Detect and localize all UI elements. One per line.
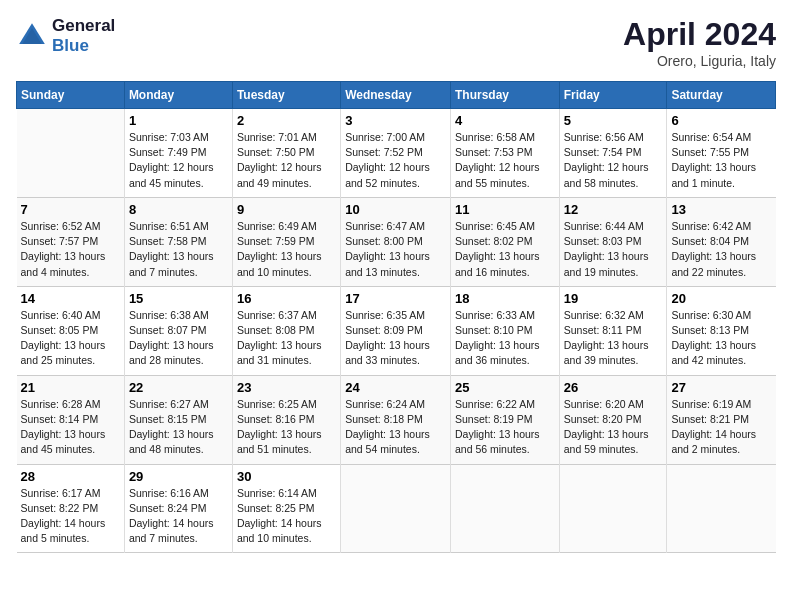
day-info: Sunrise: 6:58 AM Sunset: 7:53 PM Dayligh… [455,130,555,191]
day-info: Sunrise: 6:27 AM Sunset: 8:15 PM Dayligh… [129,397,228,458]
day-info: Sunrise: 6:40 AM Sunset: 8:05 PM Dayligh… [21,308,120,369]
calendar-week-row: 7Sunrise: 6:52 AM Sunset: 7:57 PM Daylig… [17,197,776,286]
day-number: 10 [345,202,446,217]
calendar-cell: 13Sunrise: 6:42 AM Sunset: 8:04 PM Dayli… [667,197,776,286]
day-number: 6 [671,113,771,128]
day-number: 3 [345,113,446,128]
day-info: Sunrise: 6:38 AM Sunset: 8:07 PM Dayligh… [129,308,228,369]
calendar-cell: 22Sunrise: 6:27 AM Sunset: 8:15 PM Dayli… [124,375,232,464]
title-block: April 2024 Orero, Liguria, Italy [623,16,776,69]
calendar-cell: 10Sunrise: 6:47 AM Sunset: 8:00 PM Dayli… [341,197,451,286]
day-number: 18 [455,291,555,306]
day-number: 22 [129,380,228,395]
calendar-cell: 20Sunrise: 6:30 AM Sunset: 8:13 PM Dayli… [667,286,776,375]
day-info: Sunrise: 6:16 AM Sunset: 8:24 PM Dayligh… [129,486,228,547]
day-info: Sunrise: 7:01 AM Sunset: 7:50 PM Dayligh… [237,130,336,191]
day-info: Sunrise: 6:35 AM Sunset: 8:09 PM Dayligh… [345,308,446,369]
month-title: April 2024 [623,16,776,53]
calendar-cell: 6Sunrise: 6:54 AM Sunset: 7:55 PM Daylig… [667,109,776,198]
day-info: Sunrise: 7:00 AM Sunset: 7:52 PM Dayligh… [345,130,446,191]
day-number: 5 [564,113,663,128]
day-number: 21 [21,380,120,395]
day-number: 11 [455,202,555,217]
weekday-header: Thursday [450,82,559,109]
day-info: Sunrise: 6:37 AM Sunset: 8:08 PM Dayligh… [237,308,336,369]
day-number: 13 [671,202,771,217]
calendar-table: SundayMondayTuesdayWednesdayThursdayFrid… [16,81,776,553]
day-info: Sunrise: 6:28 AM Sunset: 8:14 PM Dayligh… [21,397,120,458]
day-info: Sunrise: 6:14 AM Sunset: 8:25 PM Dayligh… [237,486,336,547]
day-number: 1 [129,113,228,128]
page-header: General Blue April 2024 Orero, Liguria, … [16,16,776,69]
logo-text: General Blue [52,16,115,56]
calendar-cell: 28Sunrise: 6:17 AM Sunset: 8:22 PM Dayli… [17,464,125,553]
day-number: 26 [564,380,663,395]
calendar-cell: 26Sunrise: 6:20 AM Sunset: 8:20 PM Dayli… [559,375,667,464]
day-number: 8 [129,202,228,217]
calendar-cell: 8Sunrise: 6:51 AM Sunset: 7:58 PM Daylig… [124,197,232,286]
day-number: 12 [564,202,663,217]
day-number: 7 [21,202,120,217]
logo: General Blue [16,16,115,56]
day-number: 20 [671,291,771,306]
calendar-cell [667,464,776,553]
day-info: Sunrise: 6:52 AM Sunset: 7:57 PM Dayligh… [21,219,120,280]
day-number: 23 [237,380,336,395]
day-info: Sunrise: 6:54 AM Sunset: 7:55 PM Dayligh… [671,130,771,191]
day-info: Sunrise: 7:03 AM Sunset: 7:49 PM Dayligh… [129,130,228,191]
calendar-cell [341,464,451,553]
day-number: 27 [671,380,771,395]
calendar-week-row: 21Sunrise: 6:28 AM Sunset: 8:14 PM Dayli… [17,375,776,464]
calendar-cell: 24Sunrise: 6:24 AM Sunset: 8:18 PM Dayli… [341,375,451,464]
location-subtitle: Orero, Liguria, Italy [623,53,776,69]
calendar-cell: 9Sunrise: 6:49 AM Sunset: 7:59 PM Daylig… [232,197,340,286]
calendar-cell: 30Sunrise: 6:14 AM Sunset: 8:25 PM Dayli… [232,464,340,553]
calendar-cell: 11Sunrise: 6:45 AM Sunset: 8:02 PM Dayli… [450,197,559,286]
day-info: Sunrise: 6:25 AM Sunset: 8:16 PM Dayligh… [237,397,336,458]
day-number: 14 [21,291,120,306]
calendar-cell [450,464,559,553]
calendar-cell: 19Sunrise: 6:32 AM Sunset: 8:11 PM Dayli… [559,286,667,375]
calendar-cell: 27Sunrise: 6:19 AM Sunset: 8:21 PM Dayli… [667,375,776,464]
day-info: Sunrise: 6:33 AM Sunset: 8:10 PM Dayligh… [455,308,555,369]
calendar-cell: 21Sunrise: 6:28 AM Sunset: 8:14 PM Dayli… [17,375,125,464]
weekday-header: Wednesday [341,82,451,109]
calendar-cell: 29Sunrise: 6:16 AM Sunset: 8:24 PM Dayli… [124,464,232,553]
calendar-week-row: 28Sunrise: 6:17 AM Sunset: 8:22 PM Dayli… [17,464,776,553]
weekday-header: Monday [124,82,232,109]
day-number: 29 [129,469,228,484]
day-info: Sunrise: 6:20 AM Sunset: 8:20 PM Dayligh… [564,397,663,458]
day-info: Sunrise: 6:45 AM Sunset: 8:02 PM Dayligh… [455,219,555,280]
day-number: 15 [129,291,228,306]
calendar-week-row: 14Sunrise: 6:40 AM Sunset: 8:05 PM Dayli… [17,286,776,375]
calendar-cell: 7Sunrise: 6:52 AM Sunset: 7:57 PM Daylig… [17,197,125,286]
logo-icon [16,20,48,52]
weekday-header: Saturday [667,82,776,109]
day-number: 17 [345,291,446,306]
day-info: Sunrise: 6:42 AM Sunset: 8:04 PM Dayligh… [671,219,771,280]
day-number: 4 [455,113,555,128]
day-info: Sunrise: 6:51 AM Sunset: 7:58 PM Dayligh… [129,219,228,280]
calendar-cell: 2Sunrise: 7:01 AM Sunset: 7:50 PM Daylig… [232,109,340,198]
day-number: 28 [21,469,120,484]
calendar-week-row: 1Sunrise: 7:03 AM Sunset: 7:49 PM Daylig… [17,109,776,198]
day-number: 2 [237,113,336,128]
day-info: Sunrise: 6:56 AM Sunset: 7:54 PM Dayligh… [564,130,663,191]
calendar-cell: 5Sunrise: 6:56 AM Sunset: 7:54 PM Daylig… [559,109,667,198]
day-info: Sunrise: 6:47 AM Sunset: 8:00 PM Dayligh… [345,219,446,280]
day-number: 9 [237,202,336,217]
calendar-cell: 23Sunrise: 6:25 AM Sunset: 8:16 PM Dayli… [232,375,340,464]
calendar-cell [559,464,667,553]
calendar-cell: 15Sunrise: 6:38 AM Sunset: 8:07 PM Dayli… [124,286,232,375]
day-info: Sunrise: 6:44 AM Sunset: 8:03 PM Dayligh… [564,219,663,280]
day-info: Sunrise: 6:24 AM Sunset: 8:18 PM Dayligh… [345,397,446,458]
calendar-cell: 1Sunrise: 7:03 AM Sunset: 7:49 PM Daylig… [124,109,232,198]
day-info: Sunrise: 6:49 AM Sunset: 7:59 PM Dayligh… [237,219,336,280]
day-number: 16 [237,291,336,306]
day-info: Sunrise: 6:32 AM Sunset: 8:11 PM Dayligh… [564,308,663,369]
day-number: 30 [237,469,336,484]
day-number: 24 [345,380,446,395]
weekday-header-row: SundayMondayTuesdayWednesdayThursdayFrid… [17,82,776,109]
calendar-cell: 14Sunrise: 6:40 AM Sunset: 8:05 PM Dayli… [17,286,125,375]
calendar-cell: 12Sunrise: 6:44 AM Sunset: 8:03 PM Dayli… [559,197,667,286]
